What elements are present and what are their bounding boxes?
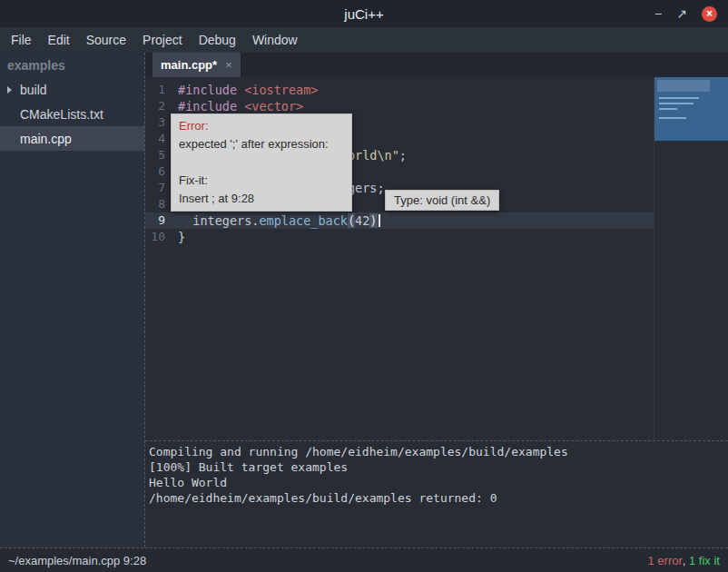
overview-minimap[interactable]	[654, 77, 728, 440]
tooltip-fixit-title: Fix-it:	[179, 172, 344, 190]
line-number: 7	[145, 180, 171, 196]
titlebar: juCi++ − ↗ ×	[0, 0, 728, 27]
statusbar: ~/examples/main.cpp 9:28 1 error , 1 fix…	[0, 547, 728, 572]
line-number: 8	[145, 196, 171, 212]
minimap-slider[interactable]	[654, 77, 728, 141]
code-text: integers.emplace_back(42)	[171, 212, 380, 229]
line-number: 2	[145, 98, 171, 114]
status-file-location: ~/examples/main.cpp 9:28	[8, 554, 146, 567]
juci-window: juCi++ − ↗ × FileEditSourceProjectDebugW…	[0, 0, 728, 572]
tab-main-cpp[interactable]: main.cpp* ×	[152, 53, 241, 77]
file-browser-panel: examples buildCMakeLists.txtmain.cpp	[0, 53, 145, 547]
tree-item-main-cpp[interactable]: main.cpp	[0, 126, 144, 151]
line-number: 9	[145, 212, 171, 229]
diagnostic-tooltip: Error: expected ';' after expression: Fi…	[171, 113, 352, 212]
tab-bar: main.cpp* ×	[145, 53, 728, 77]
line-number: 6	[145, 163, 171, 180]
code-text: }	[171, 229, 185, 245]
terminal-output[interactable]: Compiling and running /home/eidheim/exam…	[145, 440, 728, 547]
close-icon[interactable]: ×	[702, 6, 717, 22]
code-line-2[interactable]: 2#include <vector>	[145, 98, 654, 114]
code-editor[interactable]: 1#include <iostream>2#include <vector>34…	[145, 77, 728, 440]
line-number: 10	[145, 229, 171, 245]
menubar: FileEditSourceProjectDebugWindow	[0, 27, 728, 53]
tooltip-error-message: expected ';' after expression:	[179, 135, 344, 153]
tooltip-spacer	[179, 153, 344, 172]
line-number: 4	[145, 131, 171, 147]
menu-item-window[interactable]: Window	[252, 33, 298, 47]
line-number: 1	[145, 82, 171, 98]
minimize-icon[interactable]: −	[654, 7, 662, 20]
text-cursor	[379, 214, 380, 227]
terminal-line: [100%] Built target examples	[149, 459, 724, 475]
code-text: #include <vector>	[171, 98, 303, 114]
tree-item-label: main.cpp	[20, 132, 72, 146]
menu-item-edit[interactable]: Edit	[48, 33, 70, 47]
type-info-tooltip: Type: void (int &&)	[385, 190, 499, 211]
status-fixit-count[interactable]: 1 fix it	[689, 554, 720, 567]
tab-close-icon[interactable]: ×	[225, 58, 232, 72]
status-separator: ,	[683, 554, 689, 567]
code-line-10[interactable]: 10}	[145, 229, 654, 245]
code-line-1[interactable]: 1#include <iostream>	[145, 82, 654, 98]
tree-item-cmakelists-txt[interactable]: CMakeLists.txt	[0, 102, 144, 126]
menu-item-file[interactable]: File	[11, 33, 32, 47]
window-controls: − ↗ ×	[654, 6, 728, 22]
tab-label: main.cpp*	[161, 58, 217, 72]
tree-item-label: build	[20, 83, 47, 97]
window-title: juCi++	[0, 6, 728, 22]
tree-item-label: CMakeLists.txt	[20, 107, 103, 122]
maximize-icon[interactable]: ↗	[676, 7, 687, 20]
code-line-9[interactable]: 9 integers.emplace_back(42)	[145, 212, 654, 229]
terminal-line: Compiling and running /home/eidheim/exam…	[149, 444, 724, 459]
tooltip-fixit-message: Insert ; at 9:28	[179, 190, 344, 208]
main-area: examples buildCMakeLists.txtmain.cpp mai…	[0, 53, 728, 547]
status-error-count: 1 error	[648, 554, 683, 567]
line-number: 5	[145, 147, 171, 163]
terminal-line: /home/eidheim/examples/build/examples re…	[149, 490, 724, 506]
project-folder-label: examples	[0, 53, 144, 77]
menu-item-source[interactable]: Source	[86, 33, 126, 47]
terminal-line: Hello World	[149, 475, 724, 490]
file-tree: buildCMakeLists.txtmain.cpp	[0, 77, 144, 151]
tooltip-error-title: Error:	[179, 117, 344, 135]
menu-item-project[interactable]: Project	[143, 33, 182, 47]
chevron-right-icon	[7, 86, 20, 94]
tree-item-build[interactable]: build	[0, 77, 144, 102]
minimap-code-marks	[657, 80, 710, 92]
menu-item-debug[interactable]: Debug	[199, 33, 236, 47]
code-text: #include <iostream>	[171, 82, 318, 98]
status-diagnostics: 1 error , 1 fix it	[648, 554, 721, 567]
line-number: 3	[145, 114, 171, 131]
editor-panel: main.cpp* × 1#include <iostream>2#includ…	[145, 53, 728, 547]
